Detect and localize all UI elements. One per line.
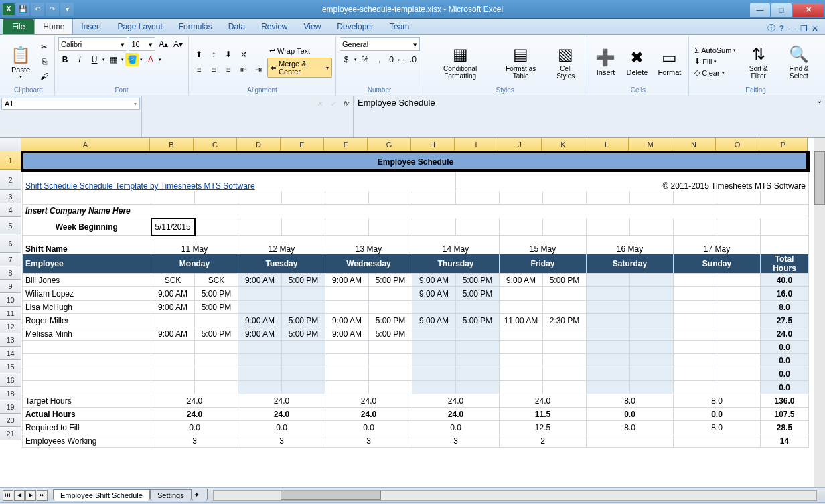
cell[interactable]: 0.0 xyxy=(674,408,761,421)
row-header-20[interactable]: 20 xyxy=(0,414,21,427)
cell[interactable] xyxy=(630,191,674,205)
cell[interactable]: 5:00 PM xyxy=(369,327,412,341)
cell[interactable]: 24.0 xyxy=(238,408,325,421)
minimize-ribbon-icon[interactable]: ⓘ xyxy=(767,23,775,34)
cell[interactable] xyxy=(456,367,500,381)
col-header-E[interactable]: E xyxy=(281,138,324,151)
cell[interactable]: Monday xyxy=(151,254,238,274)
cell[interactable] xyxy=(238,367,282,381)
fill-button[interactable]: ⬇Fill▾ xyxy=(692,56,738,66)
cell[interactable] xyxy=(717,341,761,354)
name-box[interactable]: A1▾ xyxy=(1,98,140,110)
cell[interactable]: Sunday xyxy=(674,254,761,274)
cell[interactable] xyxy=(412,301,456,314)
cell[interactable] xyxy=(195,191,238,205)
formula-input[interactable]: Employee Schedule xyxy=(354,96,813,137)
cell[interactable] xyxy=(543,354,587,367)
cell[interactable]: 3 xyxy=(151,434,238,448)
cell[interactable]: 9:00 AM xyxy=(238,274,282,287)
cell[interactable]: Melissa Minh xyxy=(23,327,151,341)
sheet-tab-active[interactable]: Employee Shift Schedule xyxy=(53,489,150,501)
cell[interactable] xyxy=(369,354,412,367)
cell[interactable]: Actual Hours xyxy=(23,408,151,421)
row-header-9[interactable]: 9 xyxy=(0,280,21,293)
cell[interactable] xyxy=(369,367,412,381)
cell[interactable]: Shift Name xyxy=(23,236,151,254)
insert-cells-button[interactable]: ➕Insert xyxy=(591,37,620,86)
cell[interactable]: 9:00 AM xyxy=(151,287,195,301)
cell[interactable]: 9:00 AM xyxy=(325,274,369,287)
qa-dropdown-icon[interactable]: ▾ xyxy=(60,3,74,16)
cell[interactable]: 9:00 AM xyxy=(412,274,456,287)
cell[interactable] xyxy=(369,341,412,354)
cell[interactable]: Thursday xyxy=(412,254,500,274)
cell[interactable]: 0.0 xyxy=(325,421,412,434)
cut-icon[interactable]: ✂ xyxy=(38,40,51,54)
cell[interactable] xyxy=(151,367,195,381)
cell[interactable]: 0.0 xyxy=(761,354,809,367)
cell[interactable] xyxy=(587,191,630,205)
file-tab[interactable]: File xyxy=(3,19,34,34)
cell[interactable] xyxy=(543,191,587,205)
cell[interactable]: 0.0 xyxy=(587,408,674,421)
cell[interactable] xyxy=(587,367,630,381)
cell[interactable] xyxy=(630,314,674,327)
undo-icon[interactable]: ↶ xyxy=(31,3,44,16)
doc-minimize-icon[interactable]: — xyxy=(788,24,796,33)
cell[interactable] xyxy=(195,218,238,236)
cell[interactable] xyxy=(282,381,325,394)
cell[interactable] xyxy=(500,218,543,236)
cell[interactable]: 0.0 xyxy=(412,421,500,434)
cell[interactable] xyxy=(674,341,717,354)
cell[interactable] xyxy=(761,236,809,254)
cell[interactable] xyxy=(282,341,325,354)
cell[interactable] xyxy=(369,381,412,394)
cell[interactable]: Employee xyxy=(23,254,151,274)
select-all-corner[interactable] xyxy=(0,138,21,151)
cell[interactable]: 3 xyxy=(238,434,325,448)
cell[interactable] xyxy=(325,381,369,394)
cell[interactable] xyxy=(369,191,412,205)
col-header-L[interactable]: L xyxy=(585,138,629,151)
cell[interactable]: 9:00 AM xyxy=(325,314,369,327)
cell[interactable]: Bill Jones xyxy=(23,274,151,287)
cell[interactable]: 5:00 PM xyxy=(456,314,500,327)
cell[interactable]: 9:00 AM xyxy=(500,274,543,287)
fill-color-icon[interactable]: 🪣 xyxy=(125,53,139,66)
cell[interactable] xyxy=(717,354,761,367)
cell[interactable] xyxy=(325,218,369,236)
cell[interactable] xyxy=(456,301,500,314)
align-top-icon[interactable]: ⬆ xyxy=(192,48,206,61)
cell[interactable] xyxy=(630,274,674,287)
cell[interactable]: Week Beginning xyxy=(23,218,151,236)
format-painter-icon[interactable]: 🖌 xyxy=(38,70,51,83)
cell[interactable] xyxy=(238,218,282,236)
cell[interactable]: 2 xyxy=(500,434,587,448)
format-cells-button[interactable]: ▭Format xyxy=(654,37,685,86)
cell[interactable] xyxy=(456,354,500,367)
row-headers[interactable]: 1234567891011121314151618192021 xyxy=(0,151,21,440)
cell[interactable] xyxy=(543,287,587,301)
cell[interactable]: 9:00 AM xyxy=(238,314,282,327)
cell[interactable] xyxy=(717,314,761,327)
col-header-C[interactable]: C xyxy=(194,138,237,151)
cell[interactable] xyxy=(587,314,630,327)
sheet-tab-settings[interactable]: Settings xyxy=(150,489,192,501)
cell[interactable]: 24.0 xyxy=(412,408,500,421)
row-header-6[interactable]: 6 xyxy=(0,234,21,253)
cell[interactable] xyxy=(630,354,674,367)
cell[interactable] xyxy=(500,327,543,341)
prev-sheet-icon[interactable]: ◀ xyxy=(14,490,25,501)
cell[interactable]: 11.5 xyxy=(500,408,587,421)
cell[interactable]: 14 xyxy=(761,434,809,448)
row-header-7[interactable]: 7 xyxy=(0,253,21,266)
cell[interactable] xyxy=(282,367,325,381)
row-header-10[interactable]: 10 xyxy=(0,293,21,307)
cell[interactable] xyxy=(674,274,717,287)
cell[interactable] xyxy=(717,218,761,236)
align-bottom-icon[interactable]: ⬇ xyxy=(222,48,235,61)
comma-icon[interactable]: , xyxy=(373,53,386,66)
sort-filter-button[interactable]: ⇅Sort & Filter xyxy=(740,37,777,86)
cell[interactable]: © 2011-2015 Timesheets MTS Software xyxy=(456,171,809,191)
cell[interactable]: 8.0 xyxy=(587,394,674,408)
